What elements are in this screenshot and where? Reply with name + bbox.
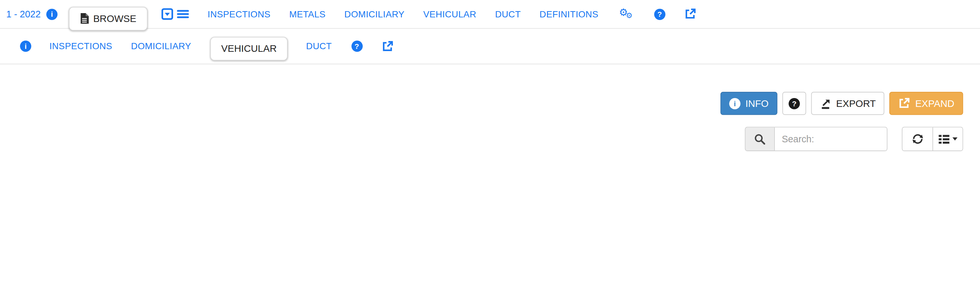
export-button-label: EXPORT (836, 98, 876, 109)
columns-visibility-button[interactable] (932, 128, 962, 150)
info-button-label: INFO (745, 98, 768, 109)
primary-nav-links: INSPECTIONS METALS DOMICILIARY VEHICULAR… (198, 9, 608, 19)
expand-button[interactable]: EXPAND (890, 92, 963, 115)
table-controls (0, 127, 980, 151)
question-circle-icon: ? (789, 98, 800, 109)
nav-vehicular[interactable]: VEHICULAR (414, 9, 486, 19)
columns-list-icon (938, 134, 950, 144)
export-icon (820, 98, 831, 109)
tab-browse[interactable]: BROWSE (69, 6, 148, 30)
search-group (745, 127, 888, 151)
secondary-nav-links: INSPECTIONS DOMICILIARY (40, 41, 200, 51)
tab-vehicular-label: VEHICULAR (221, 43, 277, 54)
primary-nav: 1 - 2022 i BROWSE (0, 0, 980, 29)
help-icon[interactable]: ? (654, 8, 665, 20)
refresh-icon (911, 133, 924, 145)
tab-vehicular-active[interactable]: VEHICULAR (210, 37, 288, 60)
subnav-duct[interactable]: DUCT (297, 41, 341, 51)
help-icon[interactable]: ? (351, 41, 363, 52)
info-icon[interactable]: i (46, 8, 57, 20)
info-circle-icon: i (729, 98, 740, 109)
nav-domiciliary[interactable]: DOMICILIARY (335, 9, 414, 19)
nav-inspections[interactable]: INSPECTIONS (198, 9, 280, 19)
nav-definitions[interactable]: DEFINITIONS (530, 9, 608, 19)
subnav-inspections[interactable]: INSPECTIONS (40, 41, 122, 51)
nav-duct[interactable]: DUCT (485, 9, 530, 19)
subnav-domiciliary[interactable]: DOMICILIARY (122, 41, 200, 51)
external-link-icon[interactable] (381, 40, 393, 52)
app-window: 1 - 2022 i BROWSE (0, 0, 980, 159)
refresh-button[interactable] (902, 128, 932, 150)
nav-metals[interactable]: METALS (280, 9, 335, 19)
menu-bars-icon[interactable] (176, 9, 189, 19)
search-icon[interactable] (746, 128, 775, 150)
tab-browse-label: BROWSE (93, 13, 136, 24)
secondary-nav: i INSPECTIONS DOMICILIARY VEHICULAR DUCT… (0, 29, 980, 65)
caret-square-down-icon[interactable] (161, 8, 173, 20)
search-input[interactable] (775, 128, 887, 150)
expand-icon (898, 97, 910, 109)
view-buttons (902, 127, 963, 151)
secondary-nav-links-after: DUCT (297, 41, 341, 51)
help-button[interactable]: ? (782, 92, 806, 115)
info-icon[interactable]: i (20, 41, 31, 52)
settings-gears-icon[interactable]: ⚙⚙ (619, 6, 635, 22)
dataset-period-label[interactable]: 1 - 2022 (6, 9, 41, 19)
document-icon (80, 13, 89, 24)
caret-down-icon (953, 138, 957, 141)
expand-button-label: EXPAND (915, 98, 955, 109)
external-link-icon[interactable] (684, 8, 696, 20)
info-button[interactable]: i INFO (720, 92, 777, 115)
export-button[interactable]: EXPORT (811, 92, 885, 115)
table-toolbar: i INFO ? EXPORT (0, 92, 980, 115)
